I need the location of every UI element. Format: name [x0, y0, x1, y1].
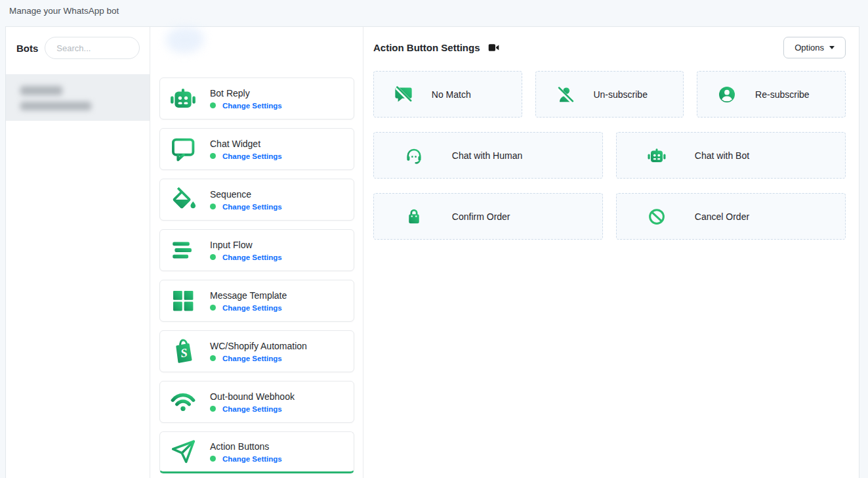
action-button-no-match[interactable]: No Match [373, 71, 522, 118]
feature-card-bot-reply[interactable]: Bot Reply Change Settings [159, 77, 354, 120]
action-button-unsubscribe[interactable]: Un-subscribe [535, 71, 684, 118]
action-button-label: Un-subscribe [593, 89, 647, 100]
action-button-confirm-order[interactable]: Confirm Order [373, 193, 603, 240]
feature-title: Action Buttons [210, 441, 282, 452]
change-settings-link[interactable]: Change Settings [222, 455, 282, 463]
action-button-label: Cancel Order [695, 211, 749, 222]
action-button-settings-panel: Action Button Settings Options [363, 27, 859, 478]
feature-title: Out-bound Webhook [210, 391, 295, 402]
bots-heading: Bots [16, 43, 38, 54]
change-settings-link[interactable]: Change Settings [222, 253, 282, 261]
wifi-icon [169, 388, 197, 416]
caret-down-icon [829, 46, 835, 49]
bots-sidebar: Bots [6, 27, 150, 478]
video-camera-icon[interactable] [488, 43, 499, 53]
feature-title: Input Flow [210, 240, 282, 250]
shopify-bag-icon: S [169, 337, 197, 366]
feature-title: Sequence [210, 189, 282, 200]
selected-bot-item[interactable] [6, 74, 150, 121]
action-button-label: Confirm Order [452, 211, 510, 222]
chat-slash-icon [393, 84, 413, 104]
feature-card-action-buttons[interactable]: Action Buttons Change Settings [159, 431, 354, 473]
feature-card-webhook[interactable]: Out-bound Webhook Change Settings [159, 381, 354, 423]
feature-title: WC/Shopify Automation [210, 341, 307, 351]
bot-search-input[interactable] [45, 37, 140, 59]
robot-icon [169, 85, 197, 113]
redacted-bot-phone [20, 102, 91, 110]
feature-card-input-flow[interactable]: Input Flow Change Settings [159, 229, 354, 271]
status-dot [210, 456, 216, 462]
action-button-label: Chat with Bot [695, 150, 749, 161]
person-slash-icon [555, 84, 575, 104]
options-label: Options [795, 43, 824, 53]
options-button[interactable]: Options [783, 37, 846, 58]
feature-title: Message Template [210, 290, 287, 301]
action-button-resubscribe[interactable]: Re-subscribe [697, 71, 846, 118]
paint-bucket-icon [169, 186, 197, 214]
change-settings-link[interactable]: Change Settings [222, 102, 282, 110]
action-button-chat-with-bot[interactable]: Chat with Bot [616, 132, 846, 179]
feature-card-shopify[interactable]: S WC/Shopify Automation Change Settings [159, 330, 354, 372]
blurred-avatar [166, 27, 204, 53]
grid-icon [169, 287, 197, 315]
feature-card-chat-widget[interactable]: Chat Widget Change Settings [159, 128, 354, 170]
status-dot [210, 102, 216, 108]
status-dot [210, 153, 216, 159]
action-button-label: Re-subscribe [755, 89, 809, 100]
feature-list: Bot Reply Change Settings Chat Widget Ch… [150, 27, 363, 478]
status-dot [210, 406, 216, 412]
page-title: Manage your WhatsApp bot [9, 6, 119, 16]
shopping-bag-icon [404, 206, 424, 227]
redacted-bot-name [20, 86, 62, 95]
feature-card-message-template[interactable]: Message Template Change Settings [159, 280, 354, 322]
status-dot [210, 204, 216, 209]
action-button-cancel-order[interactable]: Cancel Order [616, 193, 846, 240]
panel-title: Action Button Settings [373, 42, 480, 53]
change-settings-link[interactable]: Change Settings [222, 304, 282, 312]
cancel-circle-icon [647, 206, 667, 227]
feature-title: Bot Reply [210, 88, 282, 98]
change-settings-link[interactable]: Change Settings [222, 355, 282, 362]
action-button-label: No Match [432, 89, 471, 100]
paper-plane-icon [169, 438, 197, 466]
feature-card-sequence[interactable]: Sequence Change Settings [159, 179, 354, 221]
headset-icon [404, 145, 424, 165]
status-dot [210, 305, 216, 311]
action-button-chat-with-human[interactable]: Chat with Human [373, 132, 603, 179]
status-dot [210, 254, 216, 260]
action-button-label: Chat with Human [452, 150, 522, 161]
status-dot [210, 355, 216, 361]
robot-icon [647, 145, 667, 165]
feature-title: Chat Widget [210, 139, 282, 149]
main-panel: Bots Bot Reply [5, 26, 859, 478]
person-circle-icon [717, 84, 737, 104]
list-bars-icon [169, 236, 197, 265]
change-settings-link[interactable]: Change Settings [222, 203, 282, 211]
chat-bubble-icon [169, 135, 197, 163]
change-settings-link[interactable]: Change Settings [222, 152, 282, 160]
change-settings-link[interactable]: Change Settings [222, 405, 282, 413]
